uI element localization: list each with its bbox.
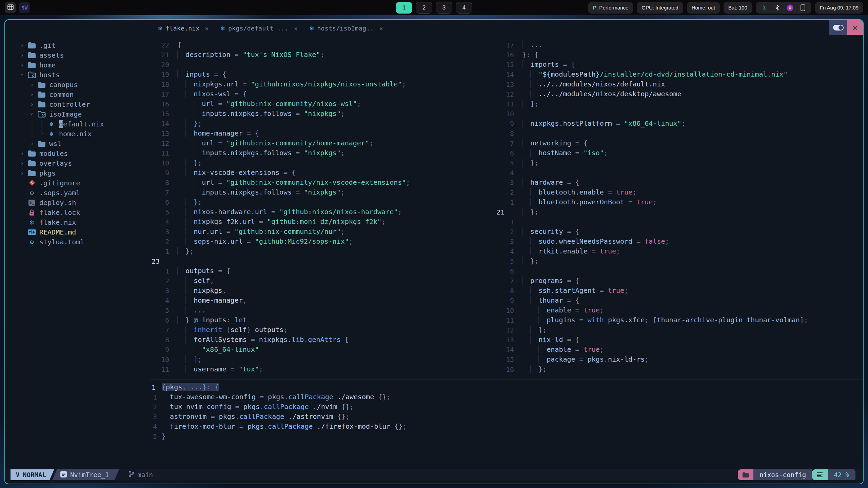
code-line[interactable]: 4 rtkit.enable = true; xyxy=(494,246,863,256)
code-line[interactable]: 2 tux-nvim-config = pkgs.callPackage ./n… xyxy=(150,402,863,412)
code-line[interactable]: 12 }; xyxy=(494,325,863,335)
code-line[interactable]: 23 xyxy=(150,256,494,266)
code-line[interactable]: 16 url = "github:nix-community/nixos-wsl… xyxy=(150,99,494,109)
tree-item[interactable]: ›common xyxy=(5,89,150,99)
code-line[interactable]: 14 }; xyxy=(150,119,494,128)
code-line[interactable]: 7 inputs.nixpkgs.follows = "nixpkgs"; xyxy=(150,187,494,197)
code-line[interactable]: 21 }; xyxy=(494,207,863,217)
code-line[interactable]: 15 package = pkgs.nix-ld-rs; xyxy=(494,354,863,364)
tree-item[interactable]: ❄flake.nix xyxy=(5,217,150,227)
code-line[interactable]: 4 xyxy=(494,168,863,178)
code-line[interactable]: 8 forAllSystems = nixpkgs.lib.genAttrs [ xyxy=(150,335,494,345)
code-line[interactable]: 9 "x86_64-linux" xyxy=(150,345,494,354)
code-line[interactable]: 9 nixpkgs.hostPlatform = "x86_64-linux"; xyxy=(494,119,863,128)
code-line[interactable]: 15 inputs.nixpkgs.follows = "nixpkgs"; xyxy=(150,109,494,119)
code-line[interactable]: 14 "${modulesPath}/installer/cd-dvd/inst… xyxy=(494,69,863,79)
code-line[interactable]: 3 nur.url = "github:nix-community/nur"; xyxy=(150,227,494,237)
tree-item[interactable]: ›wsl xyxy=(5,139,150,148)
tab-close-icon[interactable]: × xyxy=(294,25,298,32)
code-line[interactable]: 7 inherit (self) outputs; xyxy=(150,325,494,335)
code-line[interactable]: 1 }; xyxy=(150,246,494,256)
code-line[interactable]: 1 bluetooth.powerOnBoot = true; xyxy=(494,197,863,207)
code-line[interactable]: 1 xyxy=(494,217,863,227)
workspace-button-3[interactable]: 3 xyxy=(436,2,452,14)
tree-item[interactable]: ││❄default.nix xyxy=(5,119,150,129)
phone-icon[interactable] xyxy=(799,4,807,12)
code-line[interactable]: 14 enable = true; xyxy=(494,345,863,354)
code-line[interactable]: 20 xyxy=(150,60,494,69)
flame-icon[interactable] xyxy=(786,4,794,12)
code-line[interactable]: 5 }; xyxy=(494,158,863,168)
code-line[interactable]: 13 ../../modules/nixos/default.nix xyxy=(494,79,863,89)
tree-item[interactable]: ›isoImage xyxy=(5,109,150,119)
code-line[interactable]: 7 networking = { xyxy=(494,138,863,148)
tree-item[interactable]: .gitignore xyxy=(5,178,150,188)
tree-item[interactable]: ›.git xyxy=(5,40,150,50)
code-line[interactable]: 13 home-manager = { xyxy=(150,128,494,138)
code-line[interactable]: 10 ]; xyxy=(150,354,494,364)
window-close-button[interactable]: × xyxy=(847,20,863,35)
code-line[interactable]: 22{ xyxy=(150,40,494,50)
scissors-icon[interactable]: ✂ xyxy=(761,4,768,12)
code-line[interactable]: 13 nix-ld = { xyxy=(494,335,863,345)
code-line[interactable]: 21 description = "tux's NixOS Flake"; xyxy=(150,50,494,60)
code-line[interactable]: 6 hostName = "iso"; xyxy=(494,148,863,158)
code-line[interactable]: 2 security = { xyxy=(494,227,863,237)
code-line[interactable]: 3 nixpkgs, xyxy=(150,286,494,296)
code-line[interactable]: 3 hardware = { xyxy=(494,178,863,187)
code-line[interactable]: 12 ../../modules/nixos/desktop/awesome xyxy=(494,89,863,99)
editor-tab[interactable]: ❄pkgs/default ...× xyxy=(221,24,298,32)
code-line[interactable]: 8 ssh.startAgent = true; xyxy=(494,286,863,296)
code-line[interactable]: 6 xyxy=(494,266,863,276)
editor-tab[interactable]: ❄flake.nix× xyxy=(158,24,209,32)
tree-item[interactable]: deploy.sh xyxy=(5,198,150,207)
tree-item[interactable]: ›overlays xyxy=(5,158,150,168)
code-line[interactable]: 5} xyxy=(150,431,863,441)
window-toggle-button[interactable] xyxy=(829,20,847,35)
tree-item[interactable]: ›modules xyxy=(5,148,150,158)
tree-item[interactable]: ›controller xyxy=(5,99,150,109)
code-line[interactable]: 6 }; xyxy=(150,197,494,207)
layout-grid-button[interactable] xyxy=(5,2,16,13)
code-line[interactable]: 6 } @ inputs: let xyxy=(150,315,494,325)
code-line[interactable]: 7 programs = { xyxy=(494,276,863,286)
tree-item[interactable]: README.md xyxy=(5,227,150,237)
code-line[interactable]: 19 inputs = { xyxy=(150,69,494,79)
tree-item[interactable]: ⚙stylua.toml xyxy=(5,237,150,247)
tree-item[interactable]: ›assets xyxy=(5,50,150,60)
code-line[interactable]: 2 sops-nix.url = "github:Mic92/sops-nix"… xyxy=(150,237,494,246)
workspace-button-2[interactable]: 2 xyxy=(416,2,432,14)
workspace-button-4[interactable]: 4 xyxy=(456,2,472,14)
tab-close-icon[interactable]: × xyxy=(379,25,383,32)
code-line[interactable]: 5 nixos-hardware.url = "github:nixos/nix… xyxy=(150,207,494,217)
workspace-button-1[interactable]: 1 xyxy=(396,2,412,14)
code-line[interactable]: 10 }; xyxy=(150,158,494,168)
code-line[interactable]: 1 outputs = { xyxy=(150,266,494,276)
code-line[interactable]: 10 enable = true; xyxy=(494,305,863,315)
code-line[interactable]: 3 sudo.wheelNeedsPassword = false; xyxy=(494,237,863,246)
tree-item[interactable]: ⚙.sops.yaml xyxy=(5,188,150,198)
tree-item[interactable]: flake.lock xyxy=(5,207,150,217)
code-line[interactable]: 8 xyxy=(494,128,863,138)
code-line[interactable]: 11 inputs.nixpkgs.follows = "nixpkgs"; xyxy=(150,148,494,158)
code-line[interactable]: 9 thunar = { xyxy=(494,296,863,305)
code-line[interactable]: 11 plugins = with pkgs.xfce; [thunar-arc… xyxy=(494,315,863,325)
code-line[interactable]: 12 url = "github:nix-community/home-mana… xyxy=(150,138,494,148)
layout-indicator-button[interactable]: $W xyxy=(19,2,30,13)
code-line[interactable]: 17 nixos-wsl = { xyxy=(150,89,494,99)
code-line[interactable]: 15 imports = [ xyxy=(494,60,863,69)
code-line[interactable]: 8 url = "github:nix-community/nix-vscode… xyxy=(150,178,494,187)
code-line[interactable]: 2 self, xyxy=(150,276,494,286)
code-line[interactable]: 17 ... xyxy=(494,40,863,50)
code-line[interactable]: 10 xyxy=(494,109,863,119)
code-line[interactable]: 4 home-manager, xyxy=(150,296,494,305)
tree-item[interactable]: ›canopus xyxy=(5,80,150,89)
code-line[interactable]: 16}: { xyxy=(494,50,863,60)
editor-tab[interactable]: ❄hosts/isoImag..× xyxy=(310,24,383,32)
code-line[interactable]: 11 username = "tux"; xyxy=(150,364,494,374)
code-line[interactable]: 1{pkgs, ...}: { xyxy=(150,382,863,392)
code-line[interactable]: 5 ... xyxy=(150,305,494,315)
tree-item[interactable]: ›home xyxy=(5,60,150,70)
tree-item[interactable]: ›hosts xyxy=(5,70,150,80)
code-line[interactable]: 16 }; xyxy=(494,364,863,374)
